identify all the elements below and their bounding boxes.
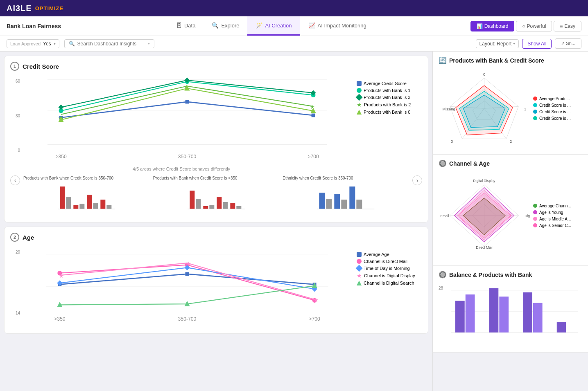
svg-marker-62 <box>312 283 317 288</box>
svg-text:Digital·Display: Digital·Display <box>473 179 495 183</box>
prev-arrow[interactable]: ‹ <box>10 175 20 185</box>
svg-rect-25 <box>87 195 92 209</box>
svg-rect-34 <box>217 197 222 209</box>
channel-age-radar-wrap: Digital·Display Digital·Search Direct Ma… <box>439 171 530 261</box>
data-icon: 🗄 <box>176 22 182 29</box>
credit-score-number: 1 <box>10 62 19 71</box>
legend-digital-search-label: Channel is Digital Search <box>364 281 414 285</box>
age-svg: ★ ★ ★ >350 350-700 <box>22 246 353 328</box>
legend-digital-search-icon <box>357 281 362 285</box>
credit-score-note: 4/5 areas where Credit Score behaves dif… <box>10 166 353 171</box>
sub-chart-2-title: Products with Bank when Credit Score is … <box>153 175 280 181</box>
show-all-button[interactable]: Show All <box>522 39 552 49</box>
credit-score-chart-area: 60 30 0 <box>10 75 353 171</box>
credit-score-title: 1 Credit Score <box>10 62 422 71</box>
sub-chart-3-svg <box>283 182 409 215</box>
credit-score-chart-wrap: 60 30 0 <box>10 75 422 171</box>
svg-rect-36 <box>230 203 235 209</box>
legend-age-young-icon <box>533 210 537 214</box>
sub-header-right: Layout: Report ▾ Show All ↗ Sh... <box>476 38 581 49</box>
easy-icon: ≡ <box>560 23 563 29</box>
share-button[interactable]: ↗ Sh... <box>555 38 581 49</box>
legend-credit1: Credit Score is ... <box>533 103 582 108</box>
svg-text:0: 0 <box>483 72 485 76</box>
svg-text:★: ★ <box>59 273 64 279</box>
legend-age-senior: Age is Senior C... <box>533 223 582 228</box>
age-y-14: 14 <box>10 311 20 315</box>
explore-icon: 🔍 <box>212 22 219 29</box>
legend-age-senior-label: Age is Senior C... <box>539 223 571 228</box>
tab-explore[interactable]: 🔍 Explore <box>204 16 247 36</box>
svg-rect-33 <box>209 205 214 209</box>
y-axis-labels: 60 30 0 <box>10 79 20 153</box>
main-content: 1 Credit Score 60 30 0 <box>0 52 588 391</box>
age-legend-items: Average Age Channel is Direct Mail Time … <box>357 252 422 285</box>
legend-direct-mail-icon <box>357 259 362 264</box>
products-legend-items: Average Produ... Credit Score is ... Cre… <box>533 97 582 121</box>
tab-explore-label: Explore <box>221 22 239 29</box>
easy-button[interactable]: ≡ Easy <box>554 21 581 31</box>
sub-chart-ethnicity: Ethnicity when Credit Score is 350-700 <box>283 175 409 216</box>
search-input[interactable] <box>77 41 145 47</box>
legend-morning-icon <box>356 265 363 272</box>
svg-rect-27 <box>100 200 105 209</box>
svg-rect-39 <box>319 193 325 209</box>
channel-age-container: Digital·Display Digital·Search Direct Ma… <box>439 171 582 261</box>
age-y-20: 20 <box>10 250 20 254</box>
products-radar-area: 0 1 2 3 Missing <box>439 67 530 149</box>
legend-bank2-icon: ★ <box>357 102 362 108</box>
products-bank-credit-card: 🔄 Products with Bank & Credit Score 0 1 … <box>433 52 588 155</box>
ai-creation-icon: 🪄 <box>256 22 262 29</box>
svg-rect-102 <box>489 288 499 332</box>
credit-score-card: 1 Credit Score 60 30 0 <box>4 56 428 222</box>
svg-text:>350: >350 <box>54 316 66 322</box>
powerful-button[interactable]: ○ Powerful <box>516 21 552 31</box>
sub-chart-bank-lt350: Products with Bank when Credit Score is … <box>153 175 280 216</box>
svg-rect-103 <box>499 297 509 333</box>
legend-bank3-label: Products with Bank is 3 <box>364 95 410 100</box>
legend-credit1-label: Credit Score is ... <box>539 103 571 108</box>
tab-ai-creation[interactable]: 🪄 AI Creation <box>247 16 300 36</box>
svg-rect-106 <box>557 322 566 333</box>
svg-rect-28 <box>106 205 111 209</box>
search-dashboard-insights[interactable]: 🔍 ▾ <box>64 39 154 48</box>
svg-rect-40 <box>326 199 332 209</box>
age-chart-area: 20 14 <box>10 246 353 328</box>
legend-age-middle: Age is Middle A... <box>533 217 582 221</box>
balance-products-title: 🔘 Balance & Products with Bank <box>439 271 582 279</box>
svg-rect-32 <box>203 206 208 209</box>
tab-ai-impact[interactable]: 📈 AI Impact Monitoring <box>300 16 375 36</box>
tab-data[interactable]: 🗄 Data <box>168 16 204 36</box>
legend-direct-mail: Channel is Direct Mail <box>357 259 422 264</box>
svg-rect-42 <box>341 200 347 209</box>
age-chart-wrap: 20 14 <box>10 246 422 328</box>
products-radar-wrap: 0 1 2 3 Missing <box>439 67 530 149</box>
legend-bank0-label: Products with Bank is 0 <box>364 110 410 115</box>
sub-chart-bank-350-700: Products with Bank when Credit Score is … <box>23 175 150 216</box>
legend-avg-age-label: Average Age <box>364 252 389 257</box>
channel-age-card: 🔘 Channel & Age Digital·Display Digital·… <box>433 155 588 266</box>
sub-charts-row: ‹ Products with Bank when Credit Score i… <box>10 175 422 216</box>
age-y-axis: 20 14 <box>10 250 20 315</box>
svg-text:350-700: 350-700 <box>178 316 197 322</box>
legend-avg-products-label: Average Produ... <box>539 97 570 101</box>
legend-bank1-icon <box>357 88 362 93</box>
next-arrow[interactable]: › <box>412 175 422 185</box>
layout-select[interactable]: Layout: Report ▾ <box>476 39 519 48</box>
dashboard-button[interactable]: 📊 Dashboard <box>470 21 515 31</box>
ai-impact-icon: 📈 <box>308 22 315 29</box>
loan-approved-filter[interactable]: Loan Approved Yes ▾ <box>7 39 59 48</box>
svg-text:Email: Email <box>440 214 449 218</box>
channel-age-heading: Channel & Age <box>449 160 490 167</box>
legend-digital-display: ★ Channel is Digital Display <box>357 273 422 279</box>
legend-digital-display-label: Channel is Digital Display <box>364 273 415 278</box>
legend-credit2-icon <box>533 110 537 114</box>
products-bank-credit-title: 🔄 Products with Bank & Credit Score <box>439 56 582 64</box>
svg-text:>350: >350 <box>55 154 67 160</box>
sub-chart-1-title: Products with Bank when Credit Score is … <box>23 175 150 181</box>
products-bank-credit-icon: 🔄 <box>439 56 447 64</box>
svg-text:3: 3 <box>451 139 453 144</box>
age-heading: Age <box>23 234 34 241</box>
svg-text:Digital·Search: Digital·Search <box>525 214 530 218</box>
legend-avg-products: Average Produ... <box>533 97 582 101</box>
